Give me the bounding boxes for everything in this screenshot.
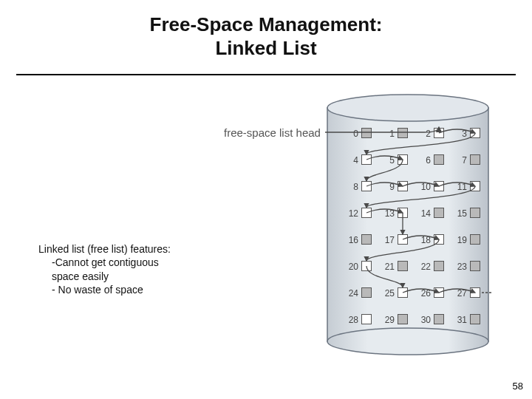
block-cell-12: 12 bbox=[335, 207, 372, 220]
block-number: 9 bbox=[389, 182, 395, 192]
block-box bbox=[434, 261, 444, 271]
block-number: 3 bbox=[462, 129, 467, 139]
block-number: 23 bbox=[457, 262, 467, 272]
block-cell-0: 0 bbox=[335, 127, 372, 140]
block-cell-29: 29 bbox=[372, 313, 408, 327]
features-item-0: -Cannot get contiguous bbox=[52, 256, 171, 269]
block-box bbox=[434, 154, 444, 165]
block-cell-17: 17 bbox=[372, 233, 408, 247]
block-box bbox=[361, 234, 372, 245]
block-number: 29 bbox=[385, 315, 395, 325]
block-number: 31 bbox=[457, 315, 467, 325]
block-row: 16171819 bbox=[335, 233, 480, 247]
block-cell-18: 18 bbox=[408, 233, 444, 247]
title-line-2: Linked List bbox=[215, 37, 316, 59]
block-box bbox=[361, 287, 372, 298]
block-number: 7 bbox=[462, 155, 467, 166]
block-cell-11: 11 bbox=[444, 180, 480, 194]
block-box bbox=[361, 261, 372, 271]
block-row: 24252627 bbox=[335, 287, 480, 300]
block-row: 28293031 bbox=[335, 313, 480, 327]
block-box bbox=[434, 181, 444, 191]
block-box bbox=[398, 128, 408, 138]
block-number: 15 bbox=[457, 208, 467, 219]
block-box bbox=[470, 234, 480, 245]
block-box bbox=[470, 128, 480, 138]
title-line-1: Free-Space Management: bbox=[150, 13, 383, 35]
block-cell-3: 3 bbox=[444, 127, 480, 140]
block-cell-25: 25 bbox=[372, 287, 408, 300]
block-number: 8 bbox=[353, 182, 358, 192]
block-number: 5 bbox=[389, 155, 395, 166]
block-box bbox=[361, 314, 372, 324]
title-divider bbox=[16, 74, 516, 75]
block-box bbox=[434, 128, 444, 138]
block-number: 6 bbox=[426, 155, 431, 166]
block-number: 21 bbox=[385, 262, 395, 272]
block-box bbox=[434, 287, 444, 298]
block-number: 12 bbox=[349, 208, 358, 219]
block-cell-19: 19 bbox=[444, 233, 480, 247]
block-cell-27: 27 bbox=[444, 287, 480, 300]
block-box bbox=[361, 128, 372, 138]
block-cell-10: 10 bbox=[408, 180, 444, 194]
block-number: 20 bbox=[349, 262, 358, 272]
block-box bbox=[470, 208, 480, 218]
block-box bbox=[361, 208, 372, 218]
features-item-2: - No waste of space bbox=[52, 283, 171, 296]
block-cell-20: 20 bbox=[335, 260, 372, 273]
block-cell-24: 24 bbox=[335, 287, 372, 300]
features-block: Linked list (free list) features: -Canno… bbox=[38, 242, 171, 297]
block-cell-22: 22 bbox=[408, 260, 444, 273]
block-number: 28 bbox=[349, 315, 358, 325]
block-cell-1: 1 bbox=[372, 127, 408, 140]
block-cell-4: 4 bbox=[335, 154, 372, 167]
block-number: 17 bbox=[385, 235, 395, 245]
block-row: 0123 bbox=[335, 127, 480, 140]
block-box bbox=[398, 181, 408, 191]
block-cell-31: 31 bbox=[444, 313, 480, 327]
block-cell-15: 15 bbox=[444, 207, 480, 220]
block-box bbox=[434, 208, 444, 218]
block-cell-8: 8 bbox=[335, 180, 372, 194]
block-cell-9: 9 bbox=[372, 180, 408, 194]
block-number: 10 bbox=[421, 182, 431, 192]
block-number: 22 bbox=[421, 262, 431, 272]
block-box bbox=[398, 314, 408, 324]
block-cell-13: 13 bbox=[372, 207, 408, 220]
block-grid: 0123456789101112131415161718192021222324… bbox=[335, 127, 480, 340]
block-number: 13 bbox=[385, 208, 395, 219]
features-heading: Linked list (free list) features: bbox=[38, 242, 171, 256]
block-cell-30: 30 bbox=[408, 313, 444, 327]
svg-point-2 bbox=[327, 95, 488, 121]
block-number: 11 bbox=[457, 182, 467, 192]
block-box bbox=[470, 287, 480, 298]
block-row: 20212223 bbox=[335, 260, 480, 273]
block-box bbox=[361, 181, 372, 191]
block-box bbox=[434, 234, 444, 245]
block-number: 4 bbox=[353, 155, 358, 166]
block-number: 14 bbox=[421, 208, 431, 219]
block-number: 1 bbox=[389, 129, 395, 139]
block-row: 12131415 bbox=[335, 207, 480, 220]
block-box bbox=[398, 261, 408, 271]
block-number: 24 bbox=[349, 288, 358, 299]
block-box bbox=[434, 314, 444, 324]
block-box bbox=[398, 208, 408, 218]
block-number: 26 bbox=[421, 288, 431, 299]
block-cell-2: 2 bbox=[408, 127, 444, 140]
block-box bbox=[398, 154, 408, 165]
block-number: 19 bbox=[457, 235, 467, 245]
block-number: 30 bbox=[421, 315, 431, 325]
block-number: 25 bbox=[385, 288, 395, 299]
block-number: 27 bbox=[457, 288, 467, 299]
block-number: 16 bbox=[349, 235, 358, 245]
block-cell-16: 16 bbox=[335, 233, 372, 247]
block-cell-14: 14 bbox=[408, 207, 444, 220]
disk-diagram: 0123456789101112131415161718192021222324… bbox=[327, 95, 489, 355]
block-cell-28: 28 bbox=[335, 313, 372, 327]
block-number: 0 bbox=[353, 129, 358, 139]
block-number: 18 bbox=[421, 235, 431, 245]
block-number: 2 bbox=[426, 129, 431, 139]
block-cell-21: 21 bbox=[372, 260, 408, 273]
